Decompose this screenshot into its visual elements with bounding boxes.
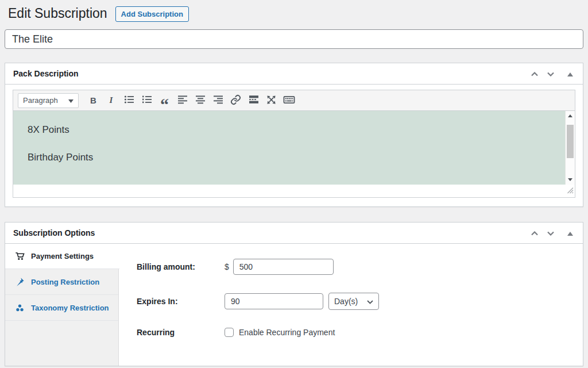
bulleted-list-button[interactable]: [120, 93, 138, 109]
subscription-options-body: Payment Settings Posting Restriction Tax…: [5, 244, 583, 366]
subscription-options-header[interactable]: Subscription Options: [5, 223, 583, 244]
tab-taxonomy-restriction[interactable]: Taxonomy Restriction: [5, 295, 118, 321]
billing-amount-row: Billing amount: $: [137, 259, 583, 275]
expires-unit-value: Day(s): [334, 297, 358, 306]
recurring-label: Recurring: [137, 328, 225, 337]
admin-page: Edit Subscription Add Subscription Pack …: [0, 0, 588, 366]
page-header: Edit Subscription Add Subscription: [5, 0, 583, 22]
payment-settings-panel: Billing amount: $ Expires In: Day(s): [119, 244, 583, 366]
scroll-up-icon[interactable]: [566, 112, 575, 120]
align-center-icon: [195, 94, 206, 107]
editor-resize-handle[interactable]: [566, 186, 574, 196]
chevron-down-icon: [547, 229, 555, 237]
subscription-title-input[interactable]: [5, 29, 583, 49]
move-down-button[interactable]: [543, 67, 559, 80]
expires-in-row: Expires In: Day(s): [137, 293, 583, 310]
bold-icon: B: [90, 95, 96, 105]
align-right-icon: [212, 94, 224, 107]
align-center-button[interactable]: [191, 93, 209, 109]
link-icon: [230, 94, 241, 107]
tab-posting-restriction[interactable]: Posting Restriction: [5, 269, 118, 295]
editor-text: 8X Points Birthday Points: [13, 111, 575, 163]
editor-statusbar: [13, 185, 575, 197]
tab-label: Taxonomy Restriction: [31, 304, 109, 312]
align-left-button[interactable]: [173, 93, 191, 109]
triangle-up-icon: [567, 229, 573, 237]
numbered-list-icon: [141, 94, 153, 107]
page-title: Edit Subscription: [8, 5, 107, 22]
select-chevron-down-icon: [367, 297, 373, 306]
blockquote-icon: “: [160, 102, 169, 108]
fullscreen-button[interactable]: [262, 93, 280, 109]
move-up-button[interactable]: [527, 67, 543, 80]
chevron-up-icon: [531, 229, 539, 237]
tab-label: Payment Settings: [31, 252, 94, 260]
options-tab-list: Payment Settings Posting Restriction Tax…: [5, 244, 119, 366]
bold-button[interactable]: B: [84, 93, 102, 109]
format-dropdown[interactable]: Paragraph: [18, 93, 79, 108]
triangle-up-icon: [567, 70, 573, 78]
move-down-button[interactable]: [543, 226, 559, 240]
editor-toolbar: Paragraph B I: [13, 90, 575, 111]
pack-description-title: Pack Description: [13, 69, 79, 78]
editor-paragraph: 8X Points: [28, 124, 575, 136]
chevron-up-icon: [531, 70, 539, 78]
metabox-controls: [527, 226, 578, 240]
metabox-controls: [527, 67, 578, 80]
editor-content-area[interactable]: 8X Points Birthday Points: [13, 111, 575, 185]
currency-symbol: $: [225, 262, 229, 271]
bulleted-list-icon: [123, 94, 135, 107]
align-right-button[interactable]: [209, 93, 227, 109]
enable-recurring-checkbox[interactable]: [225, 328, 234, 337]
italic-button[interactable]: I: [102, 93, 120, 109]
read-more-button[interactable]: [245, 93, 262, 109]
collapse-toggle-button[interactable]: [562, 67, 578, 80]
billing-amount-label: Billing amount:: [137, 262, 225, 271]
subscription-options-title: Subscription Options: [13, 228, 95, 237]
tab-payment-settings[interactable]: Payment Settings: [5, 244, 119, 269]
pack-description-body: Paragraph B I: [5, 85, 583, 206]
numbered-list-button[interactable]: [138, 93, 156, 109]
pack-description-metabox: Pack Description: [5, 63, 583, 207]
italic-icon: I: [110, 95, 113, 105]
fullscreen-icon: [266, 94, 277, 107]
keyboard-icon: [283, 94, 295, 108]
align-left-icon: [177, 94, 188, 107]
collapse-toggle-button[interactable]: [562, 226, 578, 240]
caret-down-icon: [68, 96, 74, 105]
enable-recurring-label: Enable Recurring Payment: [239, 328, 335, 337]
scroll-down-icon[interactable]: [566, 175, 575, 184]
expires-in-label: Expires In:: [137, 297, 225, 306]
add-subscription-button[interactable]: Add Subscription: [115, 6, 189, 22]
wysiwyg-editor: Paragraph B I: [13, 90, 575, 198]
scrollbar-thumb[interactable]: [567, 125, 574, 158]
expires-unit-select[interactable]: Day(s): [328, 293, 379, 310]
move-up-button[interactable]: [527, 226, 543, 240]
keyboard-shortcuts-button[interactable]: [280, 93, 298, 109]
subscription-options-metabox: Subscription Options: [5, 222, 583, 366]
cart-icon: [15, 251, 25, 261]
pushpin-icon: [15, 277, 25, 287]
editor-scrollbar[interactable]: [565, 111, 575, 185]
pack-description-header[interactable]: Pack Description: [5, 63, 583, 85]
recurring-row: Recurring Enable Recurring Payment: [137, 328, 583, 337]
read-more-icon: [248, 94, 260, 107]
chevron-down-icon: [547, 70, 555, 78]
blockquote-button[interactable]: “: [156, 93, 173, 109]
taxonomy-dots-icon: [15, 303, 25, 313]
insert-link-button[interactable]: [227, 93, 245, 109]
billing-amount-input[interactable]: [233, 259, 334, 275]
format-dropdown-value: Paragraph: [23, 96, 58, 105]
editor-paragraph: Birthday Points: [28, 152, 575, 163]
expires-in-input[interactable]: [225, 293, 323, 309]
tab-label: Posting Restriction: [31, 278, 99, 286]
